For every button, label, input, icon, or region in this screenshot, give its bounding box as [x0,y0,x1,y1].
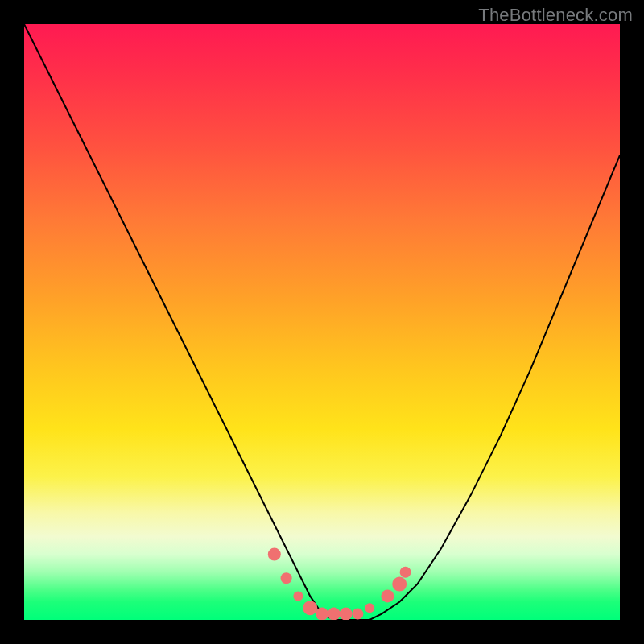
curve-marker [328,608,341,620]
curve-marker [392,577,407,592]
curve-marker [352,609,363,620]
curve-marker [268,548,281,561]
curve-marker [340,608,353,620]
chart-frame: TheBottleneck.com [0,0,644,644]
curve-marker [303,601,317,615]
chart-svg [24,24,620,620]
attribution-watermark: TheBottleneck.com [478,5,633,26]
plot-area [24,24,620,620]
curve-marker [316,608,328,620]
curve-marker [293,591,303,601]
bottleneck-curve [24,24,620,620]
curve-marker [365,603,374,613]
curve-marker [281,572,292,584]
curve-markers [268,548,411,620]
curve-marker [400,567,411,578]
curve-marker [381,589,394,602]
